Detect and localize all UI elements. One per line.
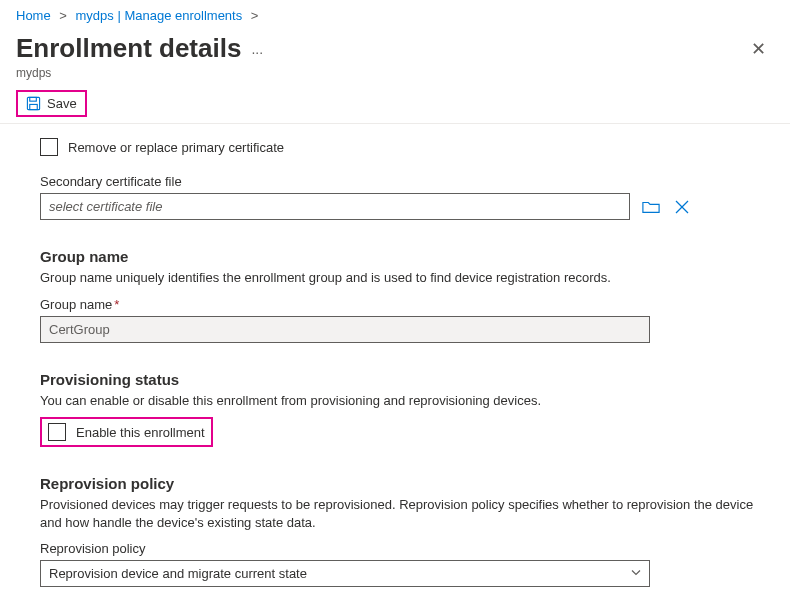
secondary-certificate-file-input[interactable]: select certificate file bbox=[40, 193, 630, 220]
reprovision-policy-field-label: Reprovision policy bbox=[40, 541, 762, 556]
breadcrumb: Home > mydps | Manage enrollments > bbox=[0, 0, 790, 27]
provisioning-status-description: You can enable or disable this enrollmen… bbox=[40, 392, 762, 410]
svg-rect-1 bbox=[30, 97, 37, 101]
close-button[interactable]: ✕ bbox=[743, 34, 774, 64]
remove-replace-primary-checkbox[interactable] bbox=[40, 138, 58, 156]
secondary-certificate-label: Secondary certificate file bbox=[40, 174, 762, 189]
provisioning-status-heading: Provisioning status bbox=[40, 371, 762, 388]
group-name-heading: Group name bbox=[40, 248, 762, 265]
toolbar: Save bbox=[0, 90, 790, 123]
save-button-label: Save bbox=[47, 96, 77, 111]
browse-file-button[interactable] bbox=[640, 197, 662, 217]
enable-enrollment-checkbox[interactable] bbox=[48, 423, 66, 441]
breadcrumb-separator: > bbox=[59, 8, 67, 23]
enable-enrollment-label: Enable this enrollment bbox=[76, 425, 205, 440]
enable-enrollment-row: Enable this enrollment bbox=[40, 417, 213, 447]
breadcrumb-mydps-link[interactable]: mydps | Manage enrollments bbox=[76, 8, 243, 23]
breadcrumb-home-link[interactable]: Home bbox=[16, 8, 51, 23]
page-subtitle: mydps bbox=[0, 66, 790, 80]
page-header: Enrollment details ··· ✕ bbox=[0, 27, 790, 64]
svg-rect-2 bbox=[30, 104, 38, 109]
breadcrumb-separator: > bbox=[251, 8, 259, 23]
save-icon bbox=[26, 96, 41, 111]
remove-replace-primary-label: Remove or replace primary certificate bbox=[68, 140, 284, 155]
remove-replace-primary-row: Remove or replace primary certificate bbox=[40, 138, 762, 156]
reprovision-policy-select[interactable]: Reprovision device and migrate current s… bbox=[40, 560, 650, 587]
more-actions-button[interactable]: ··· bbox=[251, 38, 263, 60]
group-name-input[interactable] bbox=[40, 316, 650, 343]
reprovision-policy-select-wrap: Reprovision device and migrate current s… bbox=[40, 560, 650, 587]
form-scroll-area[interactable]: Remove or replace primary certificate Se… bbox=[0, 130, 790, 598]
toolbar-divider bbox=[0, 123, 790, 124]
save-button[interactable]: Save bbox=[16, 90, 87, 117]
reprovision-policy-description: Provisioned devices may trigger requests… bbox=[40, 496, 762, 531]
group-name-field-label: Group name* bbox=[40, 297, 762, 312]
secondary-certificate-row: select certificate file bbox=[40, 193, 762, 220]
reprovision-policy-heading: Reprovision policy bbox=[40, 475, 762, 492]
group-name-description: Group name uniquely identifies the enrol… bbox=[40, 269, 762, 287]
required-asterisk: * bbox=[114, 297, 119, 312]
page-title: Enrollment details bbox=[16, 33, 241, 64]
clear-file-button[interactable] bbox=[672, 197, 692, 217]
